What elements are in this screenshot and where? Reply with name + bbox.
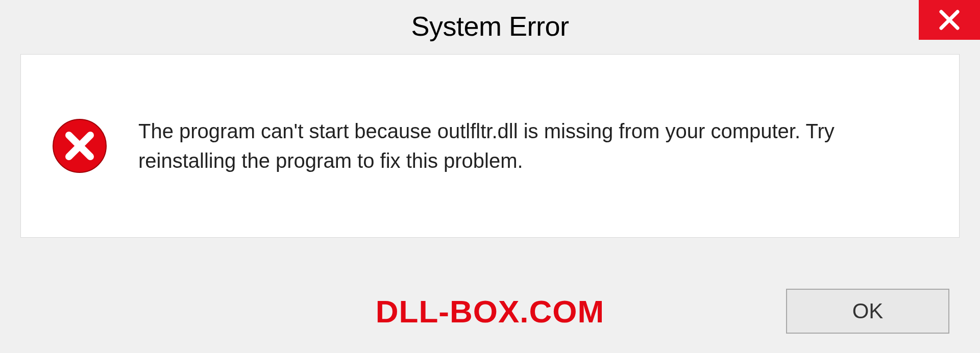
ok-button-label: OK <box>852 299 884 323</box>
watermark-text: DLL-BOX.COM <box>376 293 604 330</box>
dialog-title: System Error <box>411 10 569 42</box>
close-icon <box>938 9 961 31</box>
content-panel: The program can't start because outlfltr… <box>20 54 960 238</box>
error-message: The program can't start because outlfltr… <box>138 116 928 175</box>
footer: DLL-BOX.COM OK <box>0 289 980 334</box>
ok-button[interactable]: OK <box>786 289 949 334</box>
titlebar: System Error <box>0 0 980 51</box>
close-button[interactable] <box>919 0 980 40</box>
error-icon <box>52 118 108 174</box>
